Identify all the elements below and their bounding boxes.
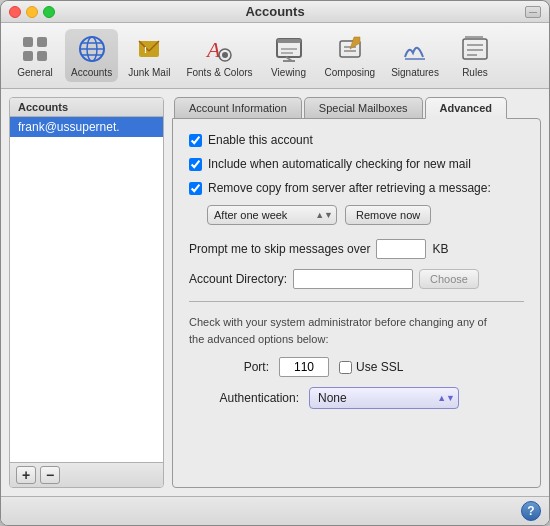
toolbar: General Accounts ! xyxy=(1,23,549,89)
toolbar-junkmail[interactable]: ! Junk Mail xyxy=(122,29,176,82)
use-ssl-label: Use SSL xyxy=(356,360,403,374)
tab-special-mailboxes[interactable]: Special Mailboxes xyxy=(304,97,423,119)
fonts-icon: A xyxy=(203,33,235,65)
tab-account-information[interactable]: Account Information xyxy=(174,97,302,119)
svg-rect-1 xyxy=(23,51,33,61)
use-ssl-checkbox[interactable] xyxy=(339,361,352,374)
add-account-button[interactable]: + xyxy=(16,466,36,484)
toolbar-fonts[interactable]: A Fonts & Colors xyxy=(180,29,258,82)
viewing-icon xyxy=(273,33,305,65)
port-row: Port: Use SSL xyxy=(189,357,524,377)
remove-schedule-row: After one week After one day After one m… xyxy=(207,205,524,225)
svg-rect-0 xyxy=(23,37,33,47)
svg-text:A: A xyxy=(205,37,221,62)
sidebar-item-account1[interactable]: frank@ussupernet. xyxy=(10,117,163,137)
remove-account-button[interactable]: − xyxy=(40,466,60,484)
svg-point-15 xyxy=(222,52,228,58)
info-text: Check with your system administrator bef… xyxy=(189,314,524,347)
remove-schedule-select[interactable]: After one week After one day After one m… xyxy=(207,205,337,225)
toolbar-viewing[interactable]: Viewing xyxy=(263,29,315,82)
port-label: Port: xyxy=(199,360,269,374)
divider xyxy=(189,301,524,302)
enable-account-label: Enable this account xyxy=(208,133,313,147)
toolbar-signatures[interactable]: Signatures xyxy=(385,29,445,82)
window: Accounts — General xyxy=(0,0,550,526)
main-panel: Account Information Special Mailboxes Ad… xyxy=(172,97,541,488)
rules-icon xyxy=(459,33,491,65)
remove-copy-row: Remove copy from server after retrieving… xyxy=(189,181,524,195)
skip-messages-row: Prompt me to skip messages over KB xyxy=(189,239,524,259)
panel-body: Enable this account Include when automat… xyxy=(172,118,541,488)
close-button[interactable] xyxy=(9,6,21,18)
traffic-lights xyxy=(9,6,55,18)
include-checking-label: Include when automatically checking for … xyxy=(208,157,471,171)
remove-schedule-wrapper: After one week After one day After one m… xyxy=(207,205,337,225)
rules-label: Rules xyxy=(462,67,488,78)
account-directory-row: Account Directory: Choose xyxy=(189,269,524,289)
svg-rect-3 xyxy=(37,51,47,61)
toolbar-rules[interactable]: Rules xyxy=(449,29,501,82)
choose-button[interactable]: Choose xyxy=(419,269,479,289)
auth-row: Authentication: None Password MD5 NTLM K… xyxy=(189,387,524,409)
viewing-label: Viewing xyxy=(271,67,306,78)
help-button[interactable]: ? xyxy=(521,501,541,521)
toolbar-composing[interactable]: Composing xyxy=(319,29,382,82)
sidebar-footer: + − xyxy=(10,462,163,487)
svg-rect-17 xyxy=(277,39,301,43)
tab-advanced[interactable]: Advanced xyxy=(425,97,508,119)
maximize-button[interactable] xyxy=(43,6,55,18)
remove-copy-label: Remove copy from server after retrieving… xyxy=(208,181,491,195)
skip-messages-unit: KB xyxy=(432,242,448,256)
auth-select-wrapper: None Password MD5 NTLM Kerberos ▲▼ xyxy=(309,387,459,409)
tabs: Account Information Special Mailboxes Ad… xyxy=(172,97,541,119)
skip-messages-input[interactable] xyxy=(376,239,426,259)
include-checking-checkbox[interactable] xyxy=(189,158,202,171)
content-area: Accounts frank@ussupernet. + − Account I… xyxy=(1,89,549,496)
sidebar-header: Accounts xyxy=(10,98,163,117)
general-icon xyxy=(19,33,51,65)
auth-select[interactable]: None Password MD5 NTLM Kerberos xyxy=(309,387,459,409)
sidebar-list: frank@ussupernet. xyxy=(10,117,163,462)
account-directory-label: Account Directory: xyxy=(189,272,287,286)
minimize-button[interactable] xyxy=(26,6,38,18)
auth-label: Authentication: xyxy=(199,391,299,405)
svg-rect-26 xyxy=(463,39,487,59)
svg-rect-2 xyxy=(37,37,47,47)
port-input[interactable] xyxy=(279,357,329,377)
junkmail-icon: ! xyxy=(133,33,165,65)
sidebar: Accounts frank@ussupernet. + − xyxy=(9,97,164,488)
fonts-label: Fonts & Colors xyxy=(186,67,252,78)
signatures-icon xyxy=(399,33,431,65)
remove-now-button[interactable]: Remove now xyxy=(345,205,431,225)
account-directory-input[interactable] xyxy=(293,269,413,289)
general-label: General xyxy=(17,67,53,78)
include-checking-row: Include when automatically checking for … xyxy=(189,157,524,171)
junkmail-label: Junk Mail xyxy=(128,67,170,78)
bottom-bar: ? xyxy=(1,496,549,525)
collapse-button[interactable]: — xyxy=(525,6,541,18)
window-title: Accounts xyxy=(245,4,304,19)
enable-account-checkbox[interactable] xyxy=(189,134,202,147)
signatures-label: Signatures xyxy=(391,67,439,78)
composing-icon xyxy=(334,33,366,65)
skip-messages-label: Prompt me to skip messages over xyxy=(189,242,370,256)
toolbar-general[interactable]: General xyxy=(9,29,61,82)
enable-account-row: Enable this account xyxy=(189,133,524,147)
accounts-icon xyxy=(76,33,108,65)
remove-copy-checkbox[interactable] xyxy=(189,182,202,195)
accounts-label: Accounts xyxy=(71,67,112,78)
composing-label: Composing xyxy=(325,67,376,78)
ssl-row: Use SSL xyxy=(339,360,403,374)
title-bar: Accounts — xyxy=(1,1,549,23)
svg-text:!: ! xyxy=(144,45,147,55)
toolbar-accounts[interactable]: Accounts xyxy=(65,29,118,82)
